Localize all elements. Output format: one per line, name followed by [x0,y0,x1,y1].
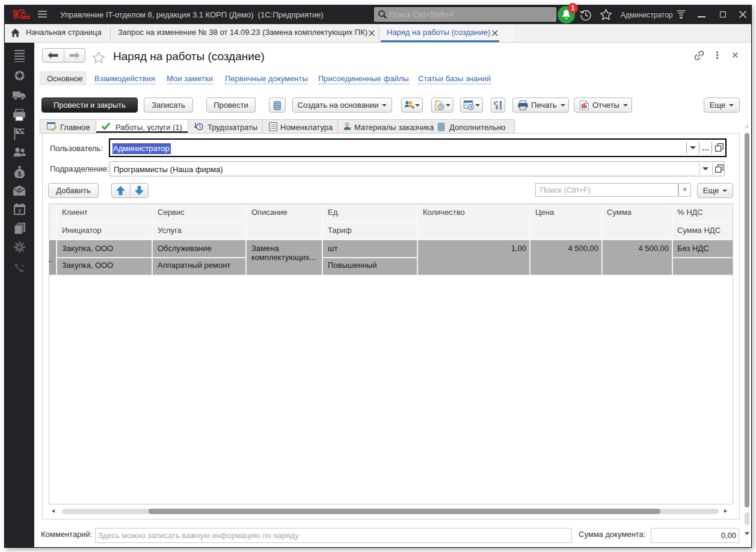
svg-text:@: @ [17,187,22,192]
svg-text:$: $ [18,171,22,178]
svg-text:7: 7 [18,208,21,214]
